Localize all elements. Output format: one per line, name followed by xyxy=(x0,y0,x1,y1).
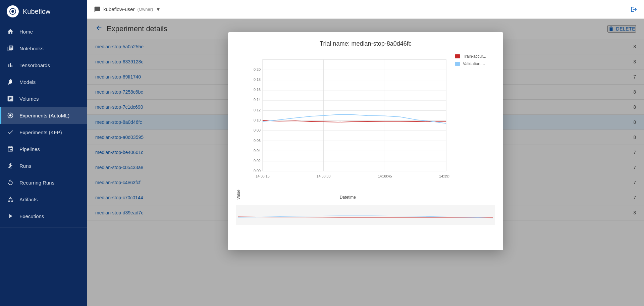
logo-area: Kubeflow xyxy=(0,0,87,23)
sidebar-label-recurring-runs: Recurring Runs xyxy=(19,180,54,186)
topbar-dropdown-icon[interactable]: ▼ xyxy=(156,6,161,12)
logout-icon xyxy=(631,6,637,13)
sidebar-item-artifacts[interactable]: Artifacts xyxy=(0,191,87,208)
app-name: Kubeflow xyxy=(23,8,50,15)
notebook-icon xyxy=(7,45,14,52)
chart-wrapper: Value xyxy=(236,51,495,200)
svg-text:0.02: 0.02 xyxy=(254,159,261,163)
mini-chart xyxy=(236,205,495,225)
legend-label-train: Train-accur... xyxy=(463,54,486,59)
topbar-user: kubeflow-user xyxy=(103,6,135,12)
chart-main: 0.20 0.18 0.16 0.14 0.12 0.10 0.08 0.06 … xyxy=(246,51,449,200)
topbar-role: (Owner) xyxy=(137,7,153,12)
sidebar-label-notebooks: Notebooks xyxy=(19,46,44,51)
svg-text:0.18: 0.18 xyxy=(254,78,261,82)
home-icon xyxy=(7,28,14,35)
svg-point-1 xyxy=(11,10,14,13)
sidebar-label-runs: Runs xyxy=(19,163,31,169)
experiments-kfp-icon xyxy=(7,129,14,136)
main-area: kubeflow-user (Owner) ▼ Experiment detai… xyxy=(87,0,644,306)
sidebar-label-experiments-kfp: Experiments (KFP) xyxy=(19,130,62,135)
topbar: kubeflow-user (Owner) ▼ xyxy=(87,0,644,19)
sidebar-item-tensorboards[interactable]: Tensorboards xyxy=(0,57,87,73)
svg-text:14:38:15: 14:38:15 xyxy=(256,174,270,178)
sidebar-item-home[interactable]: Home xyxy=(0,23,87,40)
sidebar-item-pipelines[interactable]: Pipelines xyxy=(0,141,87,157)
legend-color-train xyxy=(455,54,460,58)
topbar-logout[interactable] xyxy=(631,6,637,13)
executions-icon xyxy=(7,212,14,220)
svg-text:0.20: 0.20 xyxy=(254,67,261,71)
recurring-runs-icon xyxy=(7,179,14,186)
namespace-icon xyxy=(94,6,101,13)
sidebar-item-executions[interactable]: Executions xyxy=(0,208,87,224)
sidebar-label-executions: Executions xyxy=(19,213,44,219)
volumes-icon xyxy=(7,95,14,102)
modal-overlay[interactable]: Trial name: median-stop-8a0d46fc Value xyxy=(87,19,644,306)
y-axis-label: Value xyxy=(236,51,241,200)
sidebar-item-notebooks[interactable]: Notebooks xyxy=(0,40,87,57)
svg-text:0.08: 0.08 xyxy=(254,128,261,132)
sidebar-label-home: Home xyxy=(19,29,33,35)
sidebar-item-recurring-runs[interactable]: Recurring Runs xyxy=(0,174,87,191)
svg-text:14:39:00: 14:39:00 xyxy=(439,174,449,178)
svg-text:0.14: 0.14 xyxy=(254,98,261,102)
chart-legend: Train-accur... Validation-... xyxy=(455,51,495,200)
svg-text:0.10: 0.10 xyxy=(254,118,261,122)
legend-color-validation xyxy=(455,62,460,66)
legend-label-validation: Validation-... xyxy=(463,61,485,66)
svg-text:0.04: 0.04 xyxy=(254,149,261,153)
svg-text:0.16: 0.16 xyxy=(254,88,261,92)
sidebar-label-artifacts: Artifacts xyxy=(19,197,38,202)
sidebar-item-models[interactable]: Models xyxy=(0,73,87,90)
sidebar-label-tensorboards: Tensorboards xyxy=(19,62,50,68)
chart-svg: 0.20 0.18 0.16 0.14 0.12 0.10 0.08 0.06 … xyxy=(246,51,449,192)
svg-point-3 xyxy=(9,114,12,117)
sidebar-item-runs[interactable]: Runs xyxy=(0,157,87,174)
content-area: Experiment details DELETE median-stop-5a… xyxy=(87,19,644,306)
topbar-left: kubeflow-user (Owner) ▼ xyxy=(94,6,161,13)
modal-title: Trial name: median-stop-8a0d46fc xyxy=(228,32,503,51)
legend-item-validation: Validation-... xyxy=(455,61,495,66)
svg-text:0.06: 0.06 xyxy=(254,139,261,143)
svg-text:0.12: 0.12 xyxy=(254,108,261,112)
sidebar-item-experiments-kfp[interactable]: Experiments (KFP) xyxy=(0,124,87,141)
sidebar-label-experiments-automl: Experiments (AutoML) xyxy=(19,113,69,118)
svg-rect-4 xyxy=(263,59,446,171)
models-icon xyxy=(7,78,14,86)
svg-rect-34 xyxy=(238,205,493,225)
sidebar-label-pipelines: Pipelines xyxy=(19,146,40,152)
sidebar-label-models: Models xyxy=(19,79,36,85)
sidebar-item-experiments-automl[interactable]: Experiments (AutoML) xyxy=(0,107,87,124)
legend-item-train: Train-accur... xyxy=(455,54,495,59)
experiments-automl-icon xyxy=(7,112,14,119)
logo-icon xyxy=(7,5,19,17)
pipelines-icon xyxy=(7,145,14,153)
svg-text:14:38:30: 14:38:30 xyxy=(317,174,331,178)
x-axis-label: Datetime xyxy=(246,195,449,200)
sidebar-item-volumes[interactable]: Volumes xyxy=(0,90,87,107)
chart-area: Value xyxy=(228,51,503,205)
mini-chart-svg xyxy=(236,205,495,225)
sidebar-divider xyxy=(0,227,87,227)
svg-text:0.00: 0.00 xyxy=(254,169,261,173)
tensorboards-icon xyxy=(7,61,14,69)
modal-dialog: Trial name: median-stop-8a0d46fc Value xyxy=(228,32,503,250)
artifacts-icon xyxy=(7,196,14,203)
sidebar-label-volumes: Volumes xyxy=(19,96,39,102)
runs-icon xyxy=(7,162,14,169)
sidebar: Kubeflow Home Notebooks Tensorboards Mod… xyxy=(0,0,87,306)
svg-text:14:38:45: 14:38:45 xyxy=(378,174,392,178)
